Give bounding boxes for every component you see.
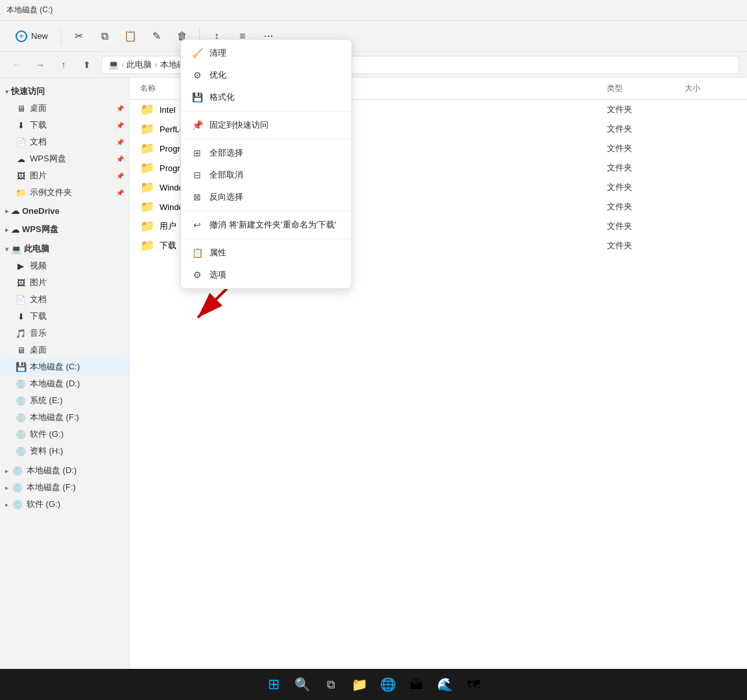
taskbar-edge-icon[interactable]: 🌊	[432, 671, 458, 697]
sidebar-item-desktop[interactable]: 🖥 桌面 📌	[0, 100, 129, 117]
taskbar-photos-icon[interactable]: 🏔	[403, 671, 429, 697]
wps-icon-2: ☁	[11, 225, 19, 235]
rename-button[interactable]: ✎	[145, 25, 168, 48]
wps-cloud-icon: ☁	[16, 154, 26, 164]
onedrive-header[interactable]: ▸ ☁ OneDrive	[0, 204, 129, 218]
sidebar-item-docs[interactable]: 📄 文档 📌	[0, 134, 129, 150]
doc2-label: 文档	[30, 294, 47, 305]
clean-label: 清理	[209, 47, 226, 59]
wps-cloud-label: WPS网盘	[30, 153, 66, 165]
menu-item-undo[interactable]: ↩ 撤消 将'新建文件夹'重命名为'下载'	[181, 214, 351, 236]
quick-access-header[interactable]: ▾ 快速访问	[0, 83, 129, 100]
menu-item-select-all[interactable]: ⊞ 全部选择	[181, 142, 351, 164]
title-bar: 本地磁盘 (C:)	[0, 0, 747, 21]
sidebar-item-pictures[interactable]: 🖼 图片 📌	[0, 167, 129, 184]
sidebar-item-g-drive[interactable]: 💿 软件 (G:)	[0, 426, 129, 443]
menu-item-deselect-all[interactable]: ⊟ 全部取消	[181, 164, 351, 186]
taskbar-chrome-icon[interactable]: 🌐	[375, 671, 401, 697]
desktop-icon: 🖥	[16, 103, 26, 113]
wps-chevron: ▸	[5, 226, 8, 233]
this-pc-header[interactable]: ▾ 💻 此电脑	[0, 240, 129, 257]
sidebar-item-example[interactable]: 📁 示例文件夹 📌	[0, 184, 129, 201]
paste-button[interactable]: 📋	[119, 25, 142, 48]
toolbar: + New ✂ ⧉ 📋 ✎ 🗑 ↕ ≡ ···	[0, 21, 747, 52]
wps-label: WPS网盘	[22, 224, 58, 235]
back-button[interactable]: ←	[8, 56, 26, 74]
perflogs-folder-icon: 📁	[140, 122, 154, 136]
f-net-icon: 💿	[12, 482, 23, 493]
sidebar-item-downloads[interactable]: ⬇ 下载 📌	[0, 117, 129, 134]
d-drive-label: 本地磁盘 (D:)	[30, 378, 80, 390]
new-label: New	[31, 31, 48, 41]
sidebar-item-c-drive[interactable]: 💾 本地磁盘 (C:)	[0, 358, 129, 375]
taskbar-windows-icon[interactable]: ⊞	[261, 671, 287, 697]
downloads-label: 下载	[30, 119, 47, 131]
wps-cloud-pin-icon: 📌	[116, 156, 124, 163]
select-all-icon: ⊞	[191, 147, 203, 159]
sidebar-item-music[interactable]: 🎵 音乐	[0, 325, 129, 342]
g-net-icon: 💿	[12, 499, 23, 509]
sidebar-item-f-net[interactable]: ▸ 💿 本地磁盘 (F:)	[0, 479, 129, 496]
toolbar-separator-1	[61, 29, 62, 44]
clean-icon: 🧹	[191, 47, 203, 59]
sidebar-item-pic2[interactable]: 🖼 图片	[0, 274, 129, 291]
deselect-all-label: 全部取消	[209, 169, 243, 181]
optimize-icon: ⚙	[191, 69, 203, 81]
sidebar-item-wps-cloud[interactable]: ☁ WPS网盘 📌	[0, 150, 129, 167]
menu-item-options[interactable]: ⚙ 选项	[181, 264, 351, 286]
cut-button[interactable]: ✂	[67, 25, 90, 48]
menu-item-pin[interactable]: 📌 固定到快速访问	[181, 114, 351, 136]
taskbar-maps-icon[interactable]: 🗺	[460, 671, 486, 697]
sidebar-item-g-net[interactable]: ▸ 💿 软件 (G:)	[0, 496, 129, 513]
copy-button[interactable]: ⧉	[93, 25, 116, 48]
dl-type: 文件夹	[607, 240, 685, 251]
taskbar-explorer-icon[interactable]: 📁	[346, 671, 372, 697]
sidebar-item-e-drive[interactable]: 💿 系统 (E:)	[0, 392, 129, 409]
this-pc-icon: 💻	[11, 244, 21, 254]
c-drive-label: 本地磁盘 (C:)	[30, 361, 80, 373]
new-button[interactable]: + New	[8, 27, 56, 46]
example-label: 示例文件夹	[30, 187, 72, 198]
menu-item-clean[interactable]: 🧹 清理	[181, 42, 351, 64]
menu-sep-2	[181, 139, 351, 139]
dl-folder-name: 下载	[160, 240, 176, 251]
taskbar-search-icon[interactable]: 🔍	[289, 671, 315, 697]
menu-item-invert[interactable]: ⊠ 反向选择	[181, 186, 351, 208]
intel-folder-icon: 📁	[140, 102, 154, 117]
select-all-label: 全部选择	[209, 147, 243, 159]
format-label: 格式化	[209, 91, 235, 103]
sidebar-item-d-drive[interactable]: 💿 本地磁盘 (D:)	[0, 375, 129, 392]
sidebar-item-h-drive[interactable]: 💿 资料 (H:)	[0, 443, 129, 460]
menu-item-optimize[interactable]: ⚙ 优化	[181, 64, 351, 86]
invert-label: 反向选择	[209, 191, 243, 203]
new-plus-icon: +	[16, 30, 27, 42]
menu-item-format[interactable]: 💾 格式化	[181, 86, 351, 108]
winold-type: 文件夹	[607, 201, 685, 213]
optimize-label: 优化	[209, 69, 226, 81]
pictures-icon: 🖼	[16, 170, 26, 181]
sidebar-item-dl2[interactable]: ⬇ 下载	[0, 308, 129, 325]
docs-pin-icon: 📌	[116, 139, 124, 146]
wps-header[interactable]: ▸ ☁ WPS网盘	[0, 221, 129, 238]
forward-button[interactable]: →	[31, 56, 49, 74]
properties-label: 属性	[209, 247, 226, 259]
sidebar-item-d-net[interactable]: ▸ 💿 本地磁盘 (D:)	[0, 462, 129, 479]
video-label: 视频	[30, 260, 47, 272]
sidebar-item-video[interactable]: ▶ 视频	[0, 257, 129, 274]
sidebar-item-desktop2[interactable]: 🖥 桌面	[0, 342, 129, 358]
up-button[interactable]: ↑	[54, 56, 73, 74]
g-drive-icon: 💿	[16, 429, 26, 439]
sidebar-item-doc2[interactable]: 📄 文档	[0, 291, 129, 308]
pfx86-type: 文件夹	[607, 162, 685, 174]
winold-folder-icon: 📁	[140, 200, 154, 214]
taskbar-taskview-icon[interactable]: ⧉	[318, 671, 344, 697]
quick-access-section: ▾ 快速访问 🖥 桌面 📌 ⬇ 下载 📌 📄 文档 📌 ☁ WPS网盘	[0, 83, 129, 201]
refresh-button[interactable]: ⬆	[78, 56, 96, 74]
path-icon: 💻	[108, 60, 119, 69]
properties-icon: 📋	[191, 247, 203, 259]
menu-sep-1	[181, 111, 351, 111]
dl2-label: 下载	[30, 310, 47, 322]
sidebar-item-f-drive[interactable]: 💿 本地磁盘 (F:)	[0, 409, 129, 426]
menu-sep-3	[181, 211, 351, 211]
menu-item-properties[interactable]: 📋 属性	[181, 242, 351, 264]
